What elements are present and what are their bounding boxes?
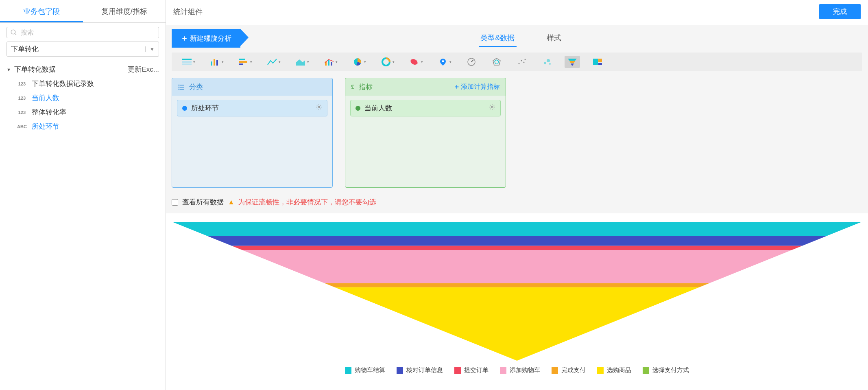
field-item[interactable]: 123当前人数 bbox=[16, 91, 159, 105]
svg-point-37 bbox=[179, 86, 180, 88]
new-spiral-button[interactable]: ＋ 新建螺旋分析 bbox=[172, 29, 240, 48]
legend-item[interactable]: 核对订单信息 bbox=[397, 366, 443, 374]
funnel-segment[interactable] bbox=[232, 246, 803, 250]
svg-rect-4 bbox=[182, 64, 192, 65]
svg-point-39 bbox=[179, 88, 180, 90]
dataset-select-value: 下单转化 bbox=[11, 44, 39, 54]
chart-type-line[interactable]: ▾ bbox=[264, 56, 283, 68]
search-icon bbox=[10, 29, 17, 36]
field-label: 整体转化率 bbox=[32, 107, 66, 117]
field-type-badge: 123 bbox=[16, 96, 28, 101]
legend-swatch bbox=[597, 367, 604, 374]
dot-icon bbox=[355, 106, 360, 111]
chart-type-pie[interactable]: ▾ bbox=[350, 56, 369, 68]
chart-type-radar[interactable] bbox=[489, 56, 504, 68]
config-area: ＋ 新建螺旋分析 类型&数据 样式 ▾ ▾ ▾ ▾ ▾ ▾ ▾ ▾ ▾ ▾ bbox=[166, 25, 868, 213]
legend-item[interactable]: 选择支付方式 bbox=[643, 366, 689, 374]
chart-type-funnel[interactable] bbox=[565, 56, 580, 68]
legend-item[interactable]: 选购商品 bbox=[597, 366, 631, 374]
svg-rect-2 bbox=[182, 59, 192, 60]
legend-swatch bbox=[500, 367, 506, 374]
tab-reuse[interactable]: 复用维度/指标 bbox=[83, 2, 166, 22]
chart-preview: 购物车结算核对订单信息提交订单添加购物车完成支付选购商品选择支付方式 bbox=[166, 213, 868, 390]
svg-point-23 bbox=[521, 60, 522, 61]
chart-type-donut[interactable]: ▾ bbox=[378, 56, 397, 68]
caret-icon: ▾ bbox=[193, 60, 195, 64]
caret-icon: ▾ bbox=[250, 60, 252, 64]
chart-type-bar[interactable]: ▾ bbox=[236, 56, 255, 68]
chart-type-bar: ▾ ▾ ▾ ▾ ▾ ▾ ▾ ▾ ▾ ▾ bbox=[172, 53, 862, 71]
caret-icon: ▼ bbox=[7, 67, 11, 72]
caret-icon: ▾ bbox=[393, 60, 395, 64]
svg-point-41 bbox=[318, 106, 320, 108]
funnel-segment[interactable] bbox=[335, 287, 699, 361]
chart-type-gauge[interactable] bbox=[464, 56, 479, 68]
funnel-segment[interactable] bbox=[173, 222, 861, 236]
sidebar-tabs: 业务包字段 复用维度/指标 bbox=[0, 2, 166, 23]
legend-item[interactable]: 完成支付 bbox=[552, 366, 586, 374]
svg-line-1 bbox=[15, 33, 16, 35]
chart-type-treemap[interactable] bbox=[590, 56, 605, 68]
config-tabs: 类型&数据 样式 bbox=[253, 30, 789, 47]
add-calc-metric[interactable]: ＋添加计算指标 bbox=[454, 83, 500, 91]
caret-icon: ▾ bbox=[336, 60, 338, 64]
legend-label: 购物车结算 bbox=[355, 366, 385, 374]
chart-type-column[interactable]: ▾ bbox=[207, 56, 226, 68]
svg-rect-7 bbox=[216, 60, 218, 66]
metric-chip[interactable]: 当前人数 bbox=[350, 100, 501, 116]
field-type-badge: 123 bbox=[16, 110, 28, 115]
svg-point-24 bbox=[523, 62, 525, 63]
caret-icon: ▾ bbox=[222, 60, 224, 64]
funnel-segment[interactable] bbox=[325, 283, 709, 287]
funnel-chart bbox=[173, 222, 861, 361]
caret-icon: ▾ bbox=[279, 60, 281, 64]
metric-chip-label: 当前人数 bbox=[364, 103, 392, 113]
legend-swatch bbox=[454, 367, 461, 374]
search-input[interactable] bbox=[21, 29, 155, 36]
gear-icon[interactable] bbox=[489, 104, 495, 112]
chart-type-table[interactable]: ▾ bbox=[179, 56, 198, 68]
legend-label: 核对订单信息 bbox=[406, 366, 443, 374]
tab-type-data[interactable]: 类型&数据 bbox=[479, 30, 516, 47]
svg-point-27 bbox=[547, 59, 550, 62]
svg-line-19 bbox=[471, 60, 473, 62]
tab-fields[interactable]: 业务包字段 bbox=[0, 2, 83, 22]
chart-type-combo[interactable]: ▾ bbox=[321, 56, 340, 68]
dataset-select[interactable]: 下单转化 ▼ bbox=[7, 42, 159, 57]
svg-rect-14 bbox=[331, 62, 332, 66]
chart-type-gis[interactable]: ▾ bbox=[435, 56, 454, 68]
field-item[interactable]: 123整体转化率 bbox=[16, 105, 159, 119]
funnel-segment[interactable] bbox=[242, 250, 792, 283]
view-all-checkbox[interactable] bbox=[172, 199, 178, 206]
category-chip[interactable]: 所处环节 bbox=[177, 100, 327, 116]
svg-point-17 bbox=[442, 60, 444, 62]
tree-root[interactable]: ▼下单转化数据 更新Exc... bbox=[7, 62, 159, 77]
chart-type-area[interactable]: ▾ bbox=[293, 56, 312, 68]
svg-rect-40 bbox=[180, 89, 184, 90]
svg-point-42 bbox=[491, 106, 493, 108]
legend-item[interactable]: 提交订单 bbox=[454, 366, 489, 374]
chart-type-bubble[interactable] bbox=[539, 56, 555, 68]
field-label: 所处环节 bbox=[32, 122, 59, 131]
field-item[interactable]: ABC所处环节 bbox=[16, 119, 159, 134]
page-title: 统计组件 bbox=[173, 7, 203, 17]
chart-type-scatter[interactable] bbox=[514, 56, 530, 68]
svg-rect-8 bbox=[239, 59, 245, 60]
dot-icon bbox=[182, 106, 187, 111]
legend-item[interactable]: 购物车结算 bbox=[345, 366, 385, 374]
svg-point-0 bbox=[11, 30, 15, 34]
caret-icon: ▾ bbox=[364, 60, 366, 64]
gear-icon[interactable] bbox=[316, 104, 322, 112]
chart-type-map[interactable]: ▾ bbox=[407, 56, 425, 68]
list-icon bbox=[178, 83, 185, 91]
svg-rect-10 bbox=[239, 64, 243, 65]
field-item[interactable]: 123下单转化数据记录数 bbox=[16, 77, 159, 91]
funnel-segment[interactable] bbox=[208, 236, 827, 246]
svg-marker-21 bbox=[495, 60, 499, 64]
caret-icon: ▾ bbox=[421, 60, 423, 64]
legend-item[interactable]: 添加购物车 bbox=[500, 366, 540, 374]
done-button[interactable]: 完成 bbox=[819, 4, 861, 19]
tab-style[interactable]: 样式 bbox=[545, 30, 563, 47]
tree-root-action[interactable]: 更新Exc... bbox=[128, 65, 159, 74]
search-box[interactable] bbox=[7, 27, 159, 38]
